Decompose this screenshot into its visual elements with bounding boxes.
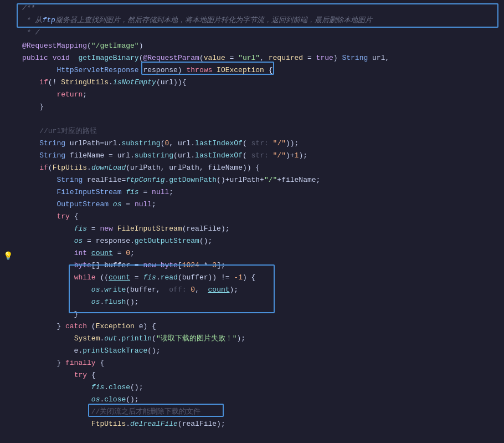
code-token: (); xyxy=(126,394,138,406)
code-token: = xyxy=(130,272,143,284)
code-token: (realFile); xyxy=(178,418,225,430)
code-line: return; xyxy=(0,89,504,101)
code-token: = xyxy=(121,198,134,211)
code-token xyxy=(22,223,74,235)
code-token: . xyxy=(100,296,104,308)
code-token xyxy=(22,418,91,430)
code-token: count xyxy=(208,284,230,296)
code-token: flush xyxy=(104,296,126,308)
code-token: str: xyxy=(251,150,269,162)
code-token: "/getImage" xyxy=(91,40,139,52)
code-token: e) { xyxy=(135,320,156,333)
code-token: lastIndexOf xyxy=(195,138,243,150)
code-token: fis xyxy=(143,272,156,284)
code-line: } catch (Exception e) { xyxy=(0,320,504,333)
code-token: = xyxy=(113,247,126,259)
code-token: void xyxy=(53,52,70,64)
code-token: = xyxy=(225,52,238,64)
code-token xyxy=(22,284,91,296)
code-token: 1 xyxy=(295,150,299,162)
code-token: = xyxy=(139,186,152,198)
code-token: { xyxy=(87,369,96,381)
code-token: ; xyxy=(169,186,173,198)
code-token: , xyxy=(260,52,269,64)
code-token: , url. xyxy=(169,138,195,150)
code-token: catch xyxy=(65,320,87,333)
code-line: fis.close(); xyxy=(0,381,504,394)
code-token: ; xyxy=(152,198,156,211)
code-line: fis = new FileInputStream(realFile); xyxy=(0,223,504,235)
code-token: ( xyxy=(48,162,53,174)
code-line: os = response.getOutputStream(); xyxy=(0,235,504,247)
code-token: realFile= xyxy=(83,174,126,186)
code-token xyxy=(22,247,74,259)
code-token xyxy=(156,259,161,272)
code-token xyxy=(22,259,74,272)
code-token: ; xyxy=(83,89,87,101)
code-token: int xyxy=(74,247,87,259)
code-token xyxy=(109,198,113,211)
code-token: FtpUtils xyxy=(53,162,87,174)
code-token: 0 xyxy=(164,138,169,150)
code-token: ); xyxy=(299,150,307,162)
code-token: os xyxy=(113,198,122,211)
code-token: FileInputStream xyxy=(117,223,182,235)
code-token xyxy=(22,369,74,381)
code-token: System xyxy=(74,333,100,345)
code-token: } xyxy=(22,101,44,113)
code-line: if(! StringUtils.isNotEmpty(url)){ xyxy=(0,77,504,89)
code-token: try xyxy=(56,211,69,223)
lightbulb-icon[interactable]: 💡 xyxy=(3,251,13,261)
code-token xyxy=(22,125,39,138)
code-token: [ xyxy=(178,259,182,272)
code-line: if(FtpUtils.downLoad(urlPath, urlPath, f… xyxy=(0,162,504,174)
code-token xyxy=(22,296,91,308)
code-token xyxy=(87,247,91,259)
code-token: String xyxy=(39,138,65,150)
code-token: * 从 xyxy=(22,14,42,27)
code-line: e.printStackTrace(); xyxy=(0,345,504,357)
code-token: count xyxy=(109,272,130,284)
code-token: . xyxy=(164,174,169,186)
code-token: 服务器上查找到图片，然后存储到本地，将本地图片转化为字节流，返回到前端，最后删除… xyxy=(55,14,372,27)
code-token: ( xyxy=(243,138,251,150)
code-token: "读取下载的图片失败！" xyxy=(156,333,237,345)
code-line: * / xyxy=(0,27,504,39)
code-token: true xyxy=(316,52,333,64)
code-token: (urlPath, urlPath, fileName)) { xyxy=(126,162,260,174)
code-token: getImageBinary xyxy=(78,52,138,64)
code-token: 0 xyxy=(191,284,195,296)
code-token: } xyxy=(22,357,65,369)
code-token: . xyxy=(117,333,122,345)
code-token: } xyxy=(22,308,78,320)
code-line: System.out.println("读取下载的图片失败！"); xyxy=(0,333,504,345)
code-token: getOutputStream xyxy=(135,235,199,247)
code-line: * 从ftp服务器上查找到图片，然后存储到本地，将本地图片转化为字节流，返回到前… xyxy=(0,14,504,27)
code-line: OutputStream os = null; xyxy=(0,198,504,211)
code-token: count xyxy=(91,247,113,259)
code-token xyxy=(22,198,56,211)
code-token: os xyxy=(91,394,100,406)
code-token: OutputStream xyxy=(56,198,109,211)
code-token xyxy=(22,77,39,89)
code-token: null xyxy=(135,198,152,211)
code-token xyxy=(22,150,39,162)
code-token: (buffer, xyxy=(126,284,169,296)
code-token: (buffer)) != xyxy=(178,272,234,284)
code-token: write xyxy=(104,284,126,296)
code-token xyxy=(22,406,91,418)
code-token xyxy=(22,394,91,406)
code-token: "/" xyxy=(264,174,277,186)
code-token xyxy=(269,150,273,162)
code-line: /** xyxy=(0,2,504,14)
code-line: //关闭流之后才能删除下载的文件 xyxy=(0,406,504,418)
code-line: int count = 0; xyxy=(0,247,504,259)
code-token: isNotEmpty xyxy=(113,77,156,89)
code-token: os xyxy=(91,296,100,308)
code-token: fis xyxy=(91,381,104,394)
code-line: public void getImageBinary(@RequestParam… xyxy=(0,52,504,64)
code-token: FtpUtils xyxy=(91,418,126,430)
code-token: , xyxy=(195,284,208,296)
code-token: . xyxy=(126,418,130,430)
code-token: ( xyxy=(139,52,143,64)
